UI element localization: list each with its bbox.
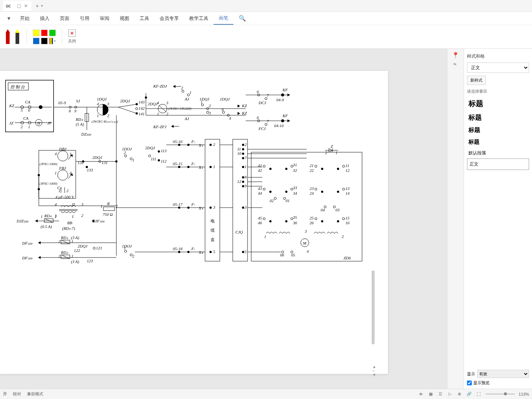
menu-dropdown-icon[interactable]: ▾ [3,15,15,22]
svg-text:31: 31 [293,163,297,167]
color-red[interactable] [41,30,48,36]
tab-title: oc [6,3,11,8]
svg-text:H: H [37,121,41,125]
svg-text:2: 2 [107,113,109,118]
svg-point-312 [274,197,276,200]
eye-icon[interactable]: 👁 [418,391,424,397]
svg-text:F-: F- [191,246,195,251]
zoom-level[interactable]: 113% [519,392,529,396]
svg-text:04-9: 04-9 [276,98,284,102]
menu-insert[interactable]: 插入 [35,12,55,25]
style-default-paragraph[interactable]: 默认段落 [467,148,529,158]
svg-point-50 [145,96,147,99]
svg-point-47 [136,112,138,115]
svg-text:05-17: 05-17 [173,202,183,207]
svg-text:142: 142 [139,106,145,110]
red-pen-tool[interactable] [4,29,11,45]
tab-window-icon[interactable]: ▢ [17,3,22,8]
tab-menu-dropdown[interactable]: ▾ [41,4,43,8]
link-icon[interactable]: 🔗 [466,391,472,397]
scroll-arrows[interactable]: ▲○▼ [372,365,376,377]
vertical-scrollbar[interactable] [372,270,375,344]
svg-text:8: 8 [245,175,247,179]
svg-text:3: 3 [107,102,109,106]
svg-point-186 [187,207,190,209]
svg-text:3: 3 [213,205,215,209]
collapse-icon[interactable]: ⇆ [453,62,458,66]
svg-text:4: 4 [229,116,231,120]
status-compat[interactable]: 兼容模式 [27,391,43,397]
preview-checkbox[interactable] [467,381,472,385]
preview-checkbox-row[interactable]: 显示预览 [467,380,529,386]
svg-text:CJQ: CJQ [235,230,243,234]
outline-icon[interactable]: ☰ [437,391,443,397]
svg-text:2DQJ: 2DQJ [148,102,158,106]
new-tab-button[interactable]: + [36,3,39,9]
style-heading-3[interactable]: 标题 [467,124,529,136]
show-select[interactable]: 有效 [477,370,529,378]
svg-point-292 [342,165,345,167]
svg-line-193 [45,219,52,222]
svg-point-320 [263,218,265,220]
svg-text:2: 2 [181,86,183,90]
svg-text:3: 3 [304,229,307,233]
menu-reference[interactable]: 引用 [75,12,95,25]
color-more-dropdown[interactable]: ▾ [49,38,56,44]
document-canvas[interactable]: ↖ 控 制 台 KZ CA 5 6 JZ CA 2 1 [0,49,447,389]
svg-text:04: 04 [321,208,325,212]
pen-tools-group [4,29,21,45]
color-green[interactable] [49,30,56,36]
menu-start[interactable]: 开始 [15,12,35,25]
svg-text:BB: BB [67,221,72,225]
close-pen-button[interactable]: ✕ 关闭 [68,30,76,44]
fit-icon[interactable]: ⛶ [476,391,482,397]
status-bar: 开 校对 兼容模式 👁 ▦ ☰ ▷ ⊕ 🔗 ⛶ 113% [0,389,532,399]
svg-text:44: 44 [258,191,262,195]
web-layout-icon[interactable]: ⊕ [457,391,463,397]
svg-text:F-: F- [191,202,195,207]
color-black[interactable] [41,38,48,44]
svg-text:4: 4 [55,151,57,156]
svg-text:14: 14 [345,191,350,195]
menu-pen[interactable]: 画笔 [214,12,233,25]
color-yellow[interactable] [33,30,40,36]
menu-view[interactable]: 视图 [115,12,134,25]
menu-tools[interactable]: 工具 [134,12,154,25]
menu-teaching[interactable]: 教学工具 [184,12,214,25]
svg-point-231 [187,251,190,253]
svg-point-286 [285,168,287,170]
svg-text:9: 9 [245,184,247,188]
zoom-slider[interactable] [485,393,515,395]
svg-point-330 [321,220,323,222]
style-body-text[interactable]: 正文 [467,158,529,170]
status-open[interactable]: 开 [3,391,7,397]
tab-close-icon[interactable]: ✕ [23,3,28,8]
svg-text:1DQJ: 1DQJ [97,97,107,101]
menu-review[interactable]: 审阅 [95,12,115,25]
style-heading-1[interactable]: 标题 [467,96,529,111]
new-style-button[interactable]: 新样式 [467,76,486,85]
menu-page[interactable]: 页面 [55,12,75,25]
svg-point-258 [242,176,244,178]
document-tab[interactable]: oc ▢ ✕ [3,1,31,11]
color-blue[interactable] [33,38,40,44]
location-pin-icon[interactable]: 📍 [452,52,459,59]
highlighter-tool[interactable] [14,29,21,45]
style-heading-4[interactable]: 标题 [467,136,529,148]
page-layout-icon[interactable]: ▦ [428,391,434,397]
current-style-select[interactable]: 正文 [467,62,529,73]
svg-text:KF-ZFJ: KF-ZFJ [153,125,167,129]
style-heading-2[interactable]: 标题 [467,111,529,124]
status-proofing[interactable]: 校对 [13,391,21,397]
svg-text:X₃: X₃ [198,206,203,210]
svg-text:2: 2 [58,254,61,258]
svg-text:2: 2 [124,150,126,155]
svg-rect-234 [205,139,220,261]
menu-member[interactable]: 会员专享 [154,12,184,25]
svg-text:25: 25 [310,216,314,220]
svg-marker-63 [173,85,175,88]
svg-text:1: 1 [58,188,61,193]
svg-point-332 [342,218,345,220]
read-mode-icon[interactable]: ▷ [447,391,453,397]
search-icon[interactable]: 🔍 [233,15,251,22]
